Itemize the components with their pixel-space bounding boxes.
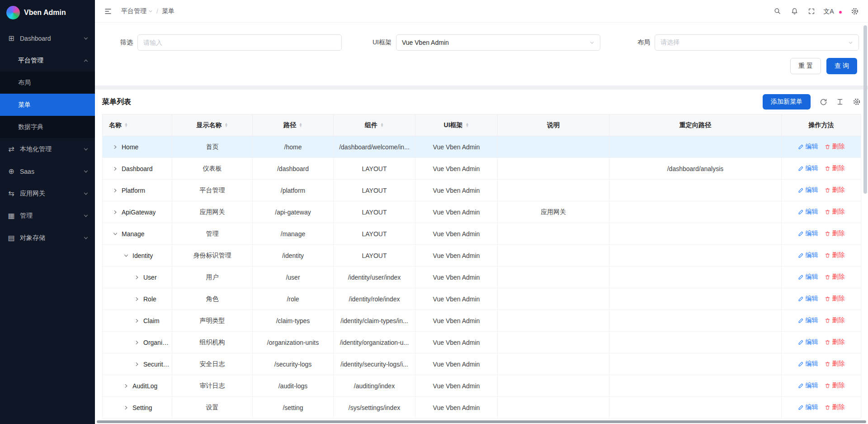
table-row[interactable]: User用户/user/identity/user/indexVue Vben …	[103, 267, 861, 288]
sidebar-item-gateway[interactable]: ⇆应用网关	[0, 182, 95, 205]
table-row[interactable]: Identity身份标识管理/identityLAYOUTVue Vben Ad…	[103, 245, 861, 267]
edit-button[interactable]: 编辑	[798, 360, 818, 368]
edit-button[interactable]: 编辑	[798, 251, 818, 259]
expand-icon[interactable]	[134, 296, 140, 302]
cell-redirect	[609, 267, 782, 288]
table-row[interactable]: Home首页/home/dashboard/welcome/in...Vue V…	[103, 136, 861, 158]
sidebar-item-manage[interactable]: ▦管理	[0, 205, 95, 227]
edit-button[interactable]: 编辑	[798, 403, 818, 411]
table-row[interactable]: Manage管理/manageLAYOUTVue Vben Admin编辑删除	[103, 223, 861, 245]
vertical-scrollbar[interactable]	[863, 25, 867, 194]
search-button[interactable]	[769, 5, 785, 18]
notifications-button[interactable]	[787, 5, 802, 18]
sidebar-item-saas[interactable]: ⊕Saas	[0, 160, 95, 182]
delete-button[interactable]: 删除	[825, 403, 845, 411]
search-submit-button[interactable]: 查 询	[826, 58, 857, 74]
sidebar-item-object-storage[interactable]: ▤对象存储	[0, 227, 95, 249]
cell-actions: 编辑删除	[782, 158, 861, 180]
delete-button[interactable]: 删除	[825, 186, 845, 194]
sidebar-toggle-button[interactable]	[100, 5, 116, 18]
edit-button[interactable]: 编辑	[798, 273, 818, 281]
delete-button[interactable]: 删除	[825, 360, 845, 368]
edit-button[interactable]: 编辑	[798, 295, 818, 303]
expand-icon[interactable]	[123, 253, 129, 258]
sort-icons[interactable]: ▲▼	[225, 123, 228, 128]
edit-button[interactable]: 编辑	[798, 229, 818, 238]
layout-select[interactable]: 请选择	[655, 34, 859, 51]
delete-button[interactable]: 删除	[825, 143, 845, 151]
expand-icon[interactable]	[113, 210, 118, 215]
delete-button[interactable]: 删除	[825, 316, 845, 324]
table-row[interactable]: Role角色/role/identity/role/indexVue Vben …	[103, 288, 861, 310]
column-header-4[interactable]: UI框架▲▼	[415, 114, 498, 136]
table-row[interactable]: Platform平台管理/platformLAYOUTVue Vben Admi…	[103, 180, 861, 201]
cell-ui-framework: Vue Vben Admin	[415, 223, 498, 245]
delete-button[interactable]: 删除	[825, 273, 845, 281]
cell-ui-framework: Vue Vben Admin	[415, 180, 498, 201]
sidebar-item-dashboard[interactable]: ⊞Dashboard	[0, 27, 95, 49]
column-header-0[interactable]: 名称▲▼	[103, 114, 172, 136]
table-row[interactable]: Dashboard仪表板/dashboardLAYOUTVue Vben Adm…	[103, 158, 861, 180]
table-row[interactable]: AuditLog审计日志/audit-logs/auditing/indexVu…	[103, 375, 861, 397]
row-name: Organiz...	[143, 339, 170, 346]
settings-button[interactable]	[847, 5, 863, 18]
column-header-3[interactable]: 组件▲▼	[334, 114, 415, 136]
expand-icon[interactable]	[113, 188, 118, 193]
edit-button[interactable]: 编辑	[798, 186, 818, 194]
sidebar-item-dictionary[interactable]: 数据字典	[0, 116, 95, 138]
expand-icon[interactable]	[134, 362, 140, 367]
ui-framework-select[interactable]: Vue Vben Admin	[396, 34, 600, 51]
fullscreen-button[interactable]	[804, 5, 819, 18]
expand-icon[interactable]	[113, 144, 118, 150]
expand-icon[interactable]	[123, 405, 129, 410]
language-button[interactable]: 文A	[821, 5, 836, 18]
table-row[interactable]: Organiz...组织机构/organization-units/identi…	[103, 332, 861, 353]
expand-icon[interactable]	[123, 383, 129, 389]
app-logo[interactable]: Vben Admin	[0, 0, 95, 25]
table-row[interactable]: Setting设置/setting/sys/settings/indexVue …	[103, 397, 861, 419]
sidebar-item-localization[interactable]: ⇄本地化管理	[0, 138, 95, 160]
chevron-down-icon	[83, 147, 89, 152]
expand-icon[interactable]	[113, 231, 118, 237]
sort-icons[interactable]: ▲▼	[466, 123, 469, 128]
refresh-button[interactable]	[820, 98, 827, 106]
horizontal-scrollbar[interactable]	[97, 420, 866, 423]
add-menu-button[interactable]: 添加新菜单	[763, 94, 811, 110]
edit-button[interactable]: 编辑	[798, 164, 818, 172]
expand-icon[interactable]	[113, 166, 118, 172]
edit-button[interactable]: 编辑	[798, 381, 818, 390]
delete-button[interactable]: 删除	[825, 295, 845, 303]
table-row[interactable]: Claim声明类型/claim-types/identity/claim-typ…	[103, 310, 861, 332]
keyword-input[interactable]	[143, 39, 336, 46]
delete-button[interactable]: 删除	[825, 338, 845, 346]
table-row[interactable]: Security...安全日志/security-logs/identity/s…	[103, 353, 861, 375]
breadcrumb-item-platform[interactable]: 平台管理	[121, 7, 153, 15]
sidebar-item-platform[interactable]: 平台管理	[0, 49, 95, 71]
table-settings-button[interactable]	[853, 98, 861, 106]
delete-button[interactable]: 删除	[825, 229, 845, 238]
delete-button[interactable]: 删除	[825, 208, 845, 216]
expand-icon[interactable]	[134, 318, 140, 324]
edit-button[interactable]: 编辑	[798, 208, 818, 216]
pencil-icon	[798, 296, 804, 302]
sort-icons[interactable]: ▲▼	[299, 123, 302, 128]
column-header-2[interactable]: 路径▲▼	[253, 114, 334, 136]
cell-ui-framework: Vue Vben Admin	[415, 310, 498, 332]
column-header-1[interactable]: 显示名称▲▼	[172, 114, 253, 136]
edit-button[interactable]: 编辑	[798, 316, 818, 324]
table-row[interactable]: ApiGateway应用网关/api-gatewayLAYOUTVue Vben…	[103, 201, 861, 223]
row-height-button[interactable]	[836, 98, 844, 105]
sidebar-item-layout[interactable]: 布局	[0, 71, 95, 94]
delete-button[interactable]: 删除	[825, 164, 845, 172]
expand-icon[interactable]	[134, 340, 140, 345]
edit-button[interactable]: 编辑	[798, 338, 818, 346]
edit-button[interactable]: 编辑	[798, 143, 818, 151]
delete-button[interactable]: 删除	[825, 381, 845, 390]
delete-button[interactable]: 删除	[825, 251, 845, 259]
sort-icons[interactable]: ▲▼	[380, 123, 384, 128]
sidebar-item-menu[interactable]: 菜单	[0, 94, 95, 116]
reset-button[interactable]: 重 置	[790, 58, 821, 74]
sort-icons[interactable]: ▲▼	[124, 123, 128, 128]
cell-description	[498, 353, 609, 375]
expand-icon[interactable]	[134, 275, 140, 280]
